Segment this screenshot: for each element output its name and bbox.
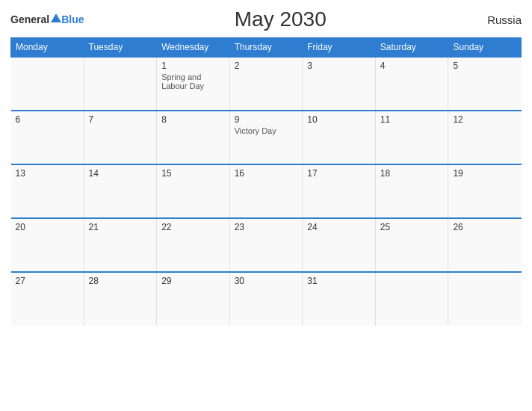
calendar-week-1: 1Spring and Labour Day2345: [11, 57, 522, 111]
calendar-cell: 27: [11, 272, 84, 326]
day-event: Victory Day: [235, 126, 298, 135]
day-number: 15: [161, 168, 225, 179]
day-number: 28: [89, 276, 152, 286]
day-number: 22: [161, 222, 225, 232]
weekday-header-row: MondayTuesdayWednesdayThursdayFridaySatu…: [11, 38, 522, 58]
calendar-cell: 16: [229, 164, 303, 218]
weekday-monday: Monday: [11, 38, 84, 58]
calendar-cell: 18: [375, 164, 448, 218]
calendar-title: May 2030: [84, 7, 477, 31]
logo-general-text: General: [10, 13, 49, 25]
calendar-week-5: 2728293031: [11, 272, 522, 326]
calendar-cell: [84, 57, 157, 111]
weekday-wednesday: Wednesday: [157, 38, 230, 58]
calendar-cell: 20: [11, 218, 84, 272]
day-number: 13: [16, 168, 79, 179]
day-number: 27: [16, 276, 79, 286]
calendar-cell: 4: [375, 57, 448, 111]
calendar-cell: 25: [375, 218, 448, 272]
calendar-cell: 15: [157, 164, 230, 218]
calendar-week-2: 6789Victory Day101112: [11, 111, 522, 164]
calendar-cell: 30: [229, 272, 303, 326]
day-number: 11: [380, 114, 444, 125]
calendar-cell: 12: [448, 111, 522, 164]
calendar-cell: [11, 57, 84, 111]
calendar-cell: 21: [84, 218, 157, 272]
calendar-cell: 26: [448, 218, 522, 272]
day-number: 21: [89, 222, 152, 232]
day-number: 16: [235, 168, 298, 179]
calendar-cell: 6: [11, 111, 84, 164]
day-number: 4: [380, 61, 444, 71]
calendar-cell: [375, 272, 448, 326]
calendar-cell: 9Victory Day: [229, 111, 303, 164]
day-number: 8: [161, 114, 225, 125]
day-number: 17: [307, 168, 371, 179]
day-number: 19: [453, 168, 516, 179]
logo-blue-text: Blue: [61, 13, 84, 25]
calendar-cell: 19: [448, 164, 522, 218]
calendar-cell: 22: [157, 218, 230, 272]
day-event: Spring and Labour Day: [161, 72, 225, 90]
day-number: 31: [307, 276, 371, 286]
day-number: 25: [380, 222, 444, 232]
calendar-cell: 7: [84, 111, 157, 164]
day-number: 10: [307, 114, 371, 125]
page: General Blue May 2030 Russia MondayTuesd…: [0, 0, 532, 411]
calendar-cell: 10: [303, 111, 376, 164]
calendar-cell: 8: [157, 111, 230, 164]
day-number: 24: [307, 222, 371, 232]
day-number: 26: [453, 222, 516, 232]
day-number: 1: [161, 61, 225, 71]
country-label: Russia: [477, 13, 522, 26]
day-number: 14: [89, 168, 152, 179]
calendar-cell: 5: [448, 57, 522, 111]
calendar-cell: 29: [157, 272, 230, 326]
day-number: 12: [453, 114, 516, 125]
day-number: 9: [235, 114, 298, 125]
header: General Blue May 2030 Russia: [10, 7, 522, 31]
logo: General Blue: [10, 13, 84, 25]
weekday-tuesday: Tuesday: [84, 38, 157, 58]
calendar-cell: 11: [375, 111, 448, 164]
day-number: 29: [161, 276, 225, 286]
calendar-week-4: 20212223242526: [11, 218, 522, 272]
weekday-sunday: Sunday: [448, 38, 522, 58]
calendar-table: MondayTuesdayWednesdayThursdayFridaySatu…: [10, 37, 522, 326]
day-number: 3: [307, 61, 371, 71]
calendar-cell: 13: [11, 164, 84, 218]
calendar-cell: 28: [84, 272, 157, 326]
calendar-cell: 2: [229, 57, 303, 111]
calendar-week-3: 13141516171819: [11, 164, 522, 218]
weekday-saturday: Saturday: [375, 38, 448, 58]
calendar-cell: 17: [303, 164, 376, 218]
day-number: 2: [235, 61, 298, 71]
day-number: 23: [235, 222, 298, 232]
weekday-thursday: Thursday: [229, 38, 303, 58]
day-number: 30: [235, 276, 298, 286]
calendar-cell: 3: [303, 57, 376, 111]
day-number: 20: [16, 222, 79, 232]
weekday-friday: Friday: [303, 38, 376, 58]
calendar-cell: 23: [229, 218, 303, 272]
logo-triangle-icon: [51, 13, 61, 22]
day-number: 7: [89, 114, 152, 125]
calendar-cell: [448, 272, 522, 326]
calendar-cell: 31: [303, 272, 376, 326]
day-number: 6: [16, 114, 79, 125]
calendar-cell: 1Spring and Labour Day: [157, 57, 230, 111]
calendar-cell: 14: [84, 164, 157, 218]
day-number: 5: [453, 61, 516, 71]
day-number: 18: [380, 168, 444, 179]
calendar-cell: 24: [303, 218, 376, 272]
